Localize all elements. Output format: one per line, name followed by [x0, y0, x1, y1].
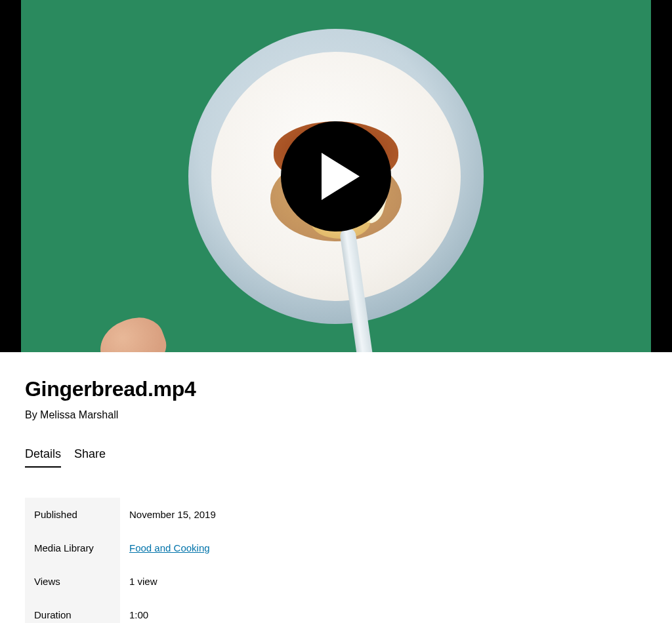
label-views: Views [25, 565, 120, 598]
tab-share[interactable]: Share [74, 447, 106, 468]
video-title: Gingerbread.mp4 [25, 377, 647, 401]
tabs: Details Share [25, 447, 647, 468]
value-media-library: Food and Cooking [120, 531, 225, 565]
details-table: Published November 15, 2019 Media Librar… [25, 498, 225, 623]
play-icon [322, 153, 360, 200]
row-views: Views 1 view [25, 565, 225, 598]
value-published: November 15, 2019 [120, 498, 225, 531]
content-area: Gingerbread.mp4 By Melissa Marshall Deta… [0, 352, 672, 623]
play-button[interactable] [281, 121, 391, 231]
video-frame-illustration-hand [93, 310, 172, 352]
value-views: 1 view [120, 565, 225, 598]
video-author: By Melissa Marshall [25, 409, 647, 421]
label-duration: Duration [25, 598, 120, 623]
value-duration: 1:00 [120, 598, 225, 623]
video-frame[interactable] [21, 0, 651, 352]
media-library-link[interactable]: Food and Cooking [129, 542, 210, 553]
label-published: Published [25, 498, 120, 531]
tab-details[interactable]: Details [25, 447, 61, 468]
row-duration: Duration 1:00 [25, 598, 225, 623]
row-published: Published November 15, 2019 [25, 498, 225, 531]
label-media-library: Media Library [25, 531, 120, 565]
video-player-container [0, 0, 672, 352]
row-media-library: Media Library Food and Cooking [25, 531, 225, 565]
